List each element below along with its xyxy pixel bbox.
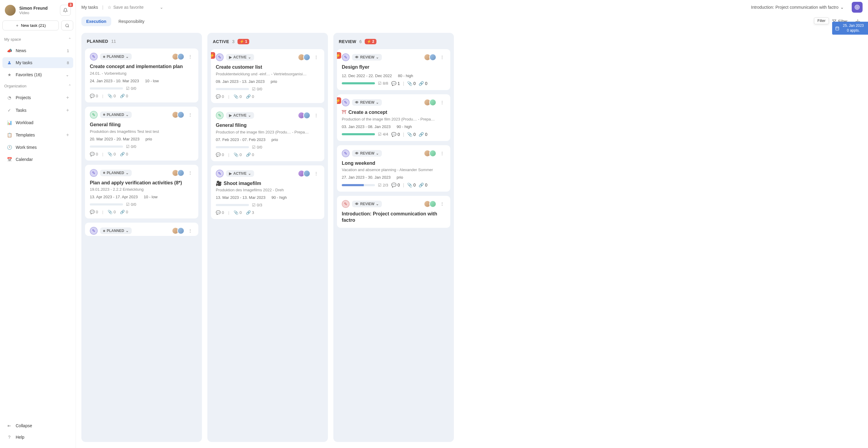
assignees[interactable]: [174, 111, 184, 119]
board-selector[interactable]: Introduction: Project communication with…: [751, 5, 844, 10]
card-menu-button[interactable]: ⋮: [313, 113, 319, 118]
assignees[interactable]: [174, 169, 184, 177]
nav-news[interactable]: 📣 News 1: [2, 45, 73, 56]
attachments-count[interactable]: 📎 0: [234, 153, 242, 157]
links-count[interactable]: 🔗 3: [246, 210, 254, 215]
attachments-count[interactable]: 📎 0: [407, 183, 416, 187]
nav-collapse[interactable]: ⇤ Collapse: [2, 420, 73, 431]
card-menu-button[interactable]: ⋮: [187, 228, 193, 233]
attachments-count[interactable]: 📎 0: [107, 210, 116, 214]
comments-count[interactable]: 💬 0: [391, 132, 400, 137]
task-card[interactable]: ✎ PLANNED ⌄ ⋮ Create concept and impleme…: [85, 49, 198, 102]
task-card[interactable]: ✎ ▶ ACTIVE ⌄ ⋮ General filing Production…: [211, 107, 324, 161]
nav-tasks[interactable]: ✓ Tasks +: [2, 104, 73, 116]
task-card[interactable]: ⚡ ✎ 👁 REVIEW ⌄ ⋮ Design flyer 12. Dec 20…: [337, 49, 450, 90]
comments-count[interactable]: 💬 0: [216, 94, 224, 99]
links-count[interactable]: 🔗 0: [418, 132, 427, 137]
tab-execution[interactable]: Execution: [82, 17, 111, 26]
links-count[interactable]: 🔗 0: [246, 153, 254, 157]
attachments-count[interactable]: 📎 0: [407, 132, 416, 137]
task-card[interactable]: ✎ PLANNED ⌄ ⋮: [85, 223, 198, 236]
save-favorite-button[interactable]: ☆ Save as favorite: [107, 5, 144, 10]
date-panel[interactable]: 25. Jan 2023 0 appts.: [832, 22, 868, 35]
user-avatar[interactable]: [5, 5, 16, 16]
assignees[interactable]: [300, 112, 310, 119]
comments-count[interactable]: 💬 1: [391, 81, 400, 86]
comments-count[interactable]: 💬 0: [216, 210, 224, 215]
links-count[interactable]: 🔗 0: [246, 94, 254, 99]
add-icon[interactable]: +: [66, 132, 69, 138]
nav-workload[interactable]: 📊 Workload: [2, 117, 73, 128]
nav-projects[interactable]: ◔ Projects +: [2, 92, 73, 103]
card-subtitle: Produktentwicklung und -einf… - Vertrieb…: [216, 72, 319, 76]
nav-my-tasks[interactable]: My tasks 8: [2, 57, 73, 68]
links-count[interactable]: 🔗 0: [418, 81, 427, 86]
assignees[interactable]: [174, 53, 184, 60]
nav-templates[interactable]: 📋 Templates +: [2, 129, 73, 141]
assignees[interactable]: [426, 54, 436, 61]
status-pill[interactable]: PLANNED ⌄: [100, 53, 132, 60]
nav-favorites[interactable]: ★ Favorites (16) ⌄: [2, 69, 73, 80]
status-pill[interactable]: ▶ ACTIVE ⌄: [226, 54, 254, 61]
attachments-count[interactable]: 📎 0: [234, 94, 242, 99]
status-pill[interactable]: PLANNED ⌄: [100, 227, 132, 234]
comments-count[interactable]: 💬 0: [90, 152, 98, 156]
task-card[interactable]: ⚡ ✎ ▶ ACTIVE ⌄ ⋮ Create customer list Pr…: [211, 49, 324, 103]
assignees[interactable]: [426, 99, 436, 106]
section-my-space[interactable]: My space ⌃: [0, 34, 76, 44]
status-pill[interactable]: ▶ ACTIVE ⌄: [226, 112, 254, 119]
task-card[interactable]: ✎ 👁 REVIEW ⌄ ⋮ Long weekend Vacation and…: [337, 145, 450, 192]
comments-count[interactable]: 💬 0: [90, 94, 98, 98]
add-icon[interactable]: +: [66, 107, 69, 113]
nav-work-times[interactable]: 🕐 Work times: [2, 142, 73, 153]
status-pill[interactable]: PLANNED ⌄: [100, 170, 132, 176]
tab-responsibility[interactable]: Responsibility: [114, 17, 149, 26]
status-pill[interactable]: PLANNED ⌄: [100, 111, 132, 118]
links-count[interactable]: 🔗 0: [120, 210, 128, 214]
assignees[interactable]: [174, 227, 184, 234]
assignees[interactable]: [300, 170, 310, 177]
nav-help[interactable]: ? Help: [2, 432, 73, 443]
comments-count[interactable]: 💬 0: [216, 153, 224, 157]
comments-count[interactable]: 💬 0: [90, 210, 98, 214]
nav-calendar[interactable]: 📅 Calendar: [2, 154, 73, 165]
attachments-count[interactable]: 📎 0: [407, 81, 416, 86]
comments-count[interactable]: 💬 0: [391, 183, 400, 187]
status-pill[interactable]: 👁 REVIEW ⌄: [352, 201, 382, 207]
card-menu-button[interactable]: ⋮: [439, 151, 445, 156]
status-pill[interactable]: 👁 REVIEW ⌄: [352, 54, 382, 61]
focus-button[interactable]: [852, 2, 863, 13]
card-menu-button[interactable]: ⋮: [313, 55, 319, 60]
assignees[interactable]: [426, 150, 436, 157]
task-card[interactable]: ✎ PLANNED ⌄ ⋮ General filing Produktion …: [85, 107, 198, 161]
attachments-count[interactable]: 📎 0: [234, 210, 242, 215]
breadcrumb[interactable]: My tasks: [82, 5, 98, 10]
new-task-button[interactable]: New task (21): [2, 21, 59, 30]
attachments-count[interactable]: 📎 0: [107, 152, 116, 156]
status-pill[interactable]: 👁 REVIEW ⌄: [352, 150, 382, 157]
assignees[interactable]: [426, 200, 436, 207]
card-menu-button[interactable]: ⋮: [439, 55, 445, 60]
links-count[interactable]: 🔗 0: [418, 183, 427, 187]
task-card[interactable]: ✎ 👁 REVIEW ⌄ ⋮ Introduction: Project com…: [337, 196, 450, 228]
task-card[interactable]: ⚡ ✎ 👁 REVIEW ⌄ ⋮ ⛩Create a concept Produ…: [337, 94, 450, 141]
links-count[interactable]: 🔗 0: [120, 94, 128, 98]
assignees[interactable]: [300, 54, 310, 61]
status-pill[interactable]: ▶ ACTIVE ⌄: [226, 170, 254, 177]
links-count[interactable]: 🔗 0: [120, 152, 128, 156]
task-card[interactable]: ✎ ▶ ACTIVE ⌄ ⋮ 🎥Shoot imagefilm Produkti…: [211, 165, 324, 219]
chevron-down-icon[interactable]: ⌄: [160, 5, 163, 10]
status-pill[interactable]: 👁 REVIEW ⌄: [352, 99, 382, 106]
add-icon[interactable]: +: [66, 95, 69, 100]
card-menu-button[interactable]: ⋮: [313, 171, 319, 176]
card-menu-button[interactable]: ⋮: [187, 170, 193, 175]
card-menu-button[interactable]: ⋮: [439, 100, 445, 105]
notifications-button[interactable]: 3: [60, 5, 71, 16]
card-menu-button[interactable]: ⋮: [187, 54, 193, 59]
attachments-count[interactable]: 📎 0: [107, 94, 116, 98]
search-button[interactable]: [61, 21, 73, 30]
task-card[interactable]: ✎ PLANNED ⌄ ⋮ Plan and apply verificatio…: [85, 165, 198, 219]
card-menu-button[interactable]: ⋮: [187, 113, 193, 117]
card-menu-button[interactable]: ⋮: [439, 201, 445, 206]
section-organization[interactable]: Organization ⌃: [0, 81, 76, 91]
